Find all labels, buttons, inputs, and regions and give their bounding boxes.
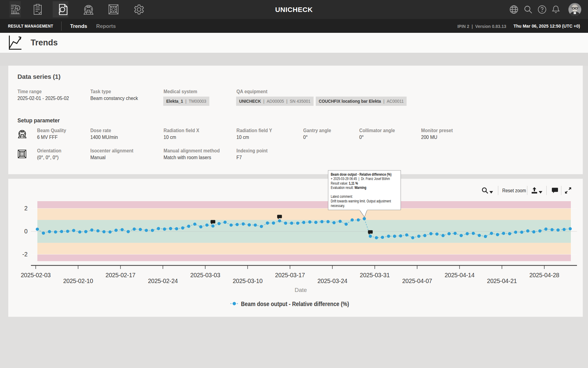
svg-text:-2: -2 [22, 251, 28, 258]
svg-text:2025-03-31: 2025-03-31 [360, 272, 390, 278]
svg-text:2025-04-21: 2025-04-21 [487, 278, 517, 284]
svg-text:2025-04-28: 2025-04-28 [529, 272, 559, 278]
svg-text:0: 0 [24, 228, 28, 235]
svg-text:2025-04-07: 2025-04-07 [402, 278, 432, 284]
svg-text:2025-02-24: 2025-02-24 [148, 278, 178, 284]
svg-text:2025-03-10: 2025-03-10 [233, 278, 263, 284]
svg-text:2025-03-03: 2025-03-03 [190, 272, 220, 278]
svg-text:2025-02-10: 2025-02-10 [63, 278, 93, 284]
svg-text:2025-03-24: 2025-03-24 [317, 278, 347, 284]
svg-text:Date: Date [295, 287, 307, 293]
svg-text:2: 2 [24, 205, 28, 212]
svg-text:2025-04-14: 2025-04-14 [445, 272, 475, 278]
svg-text:2025-02-17: 2025-02-17 [106, 272, 136, 278]
svg-text:2025-03-17: 2025-03-17 [275, 272, 305, 278]
svg-text:2025-02-03: 2025-02-03 [21, 272, 51, 278]
